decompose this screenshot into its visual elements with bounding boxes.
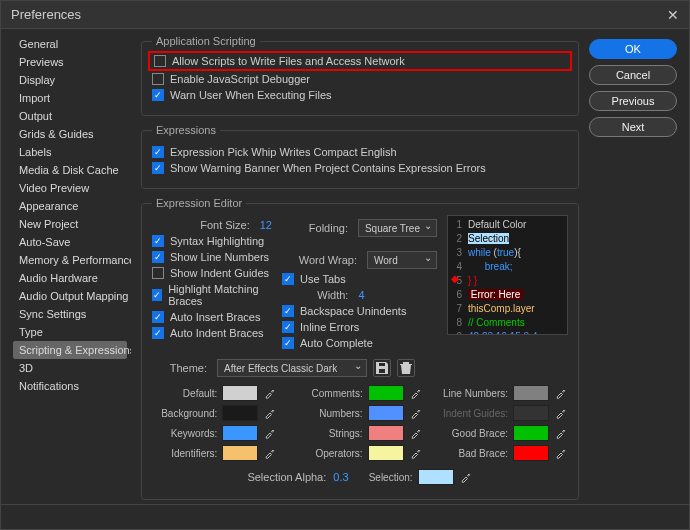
sidebar-item-3d[interactable]: 3D [13, 359, 127, 377]
checkbox-enable-debugger[interactable] [152, 73, 164, 85]
ok-button[interactable]: OK [589, 39, 677, 59]
swatch-selection[interactable] [418, 469, 454, 485]
close-icon[interactable]: ✕ [667, 7, 679, 23]
checkbox-indent-guides[interactable] [152, 267, 164, 279]
trash-icon[interactable] [397, 359, 415, 377]
sidebar-item-media-disk-cache[interactable]: Media & Disk Cache [13, 161, 127, 179]
eyedropper-icon[interactable] [263, 406, 277, 420]
fieldset-expressions: Expressions ✓ Expression Pick Whip Write… [141, 124, 579, 189]
checkbox-auto-insert[interactable]: ✓ [152, 311, 164, 323]
checkbox-warn-exec[interactable]: ✓ [152, 89, 164, 101]
value-font-size[interactable]: 12 [260, 219, 272, 231]
sidebar: GeneralPreviewsDisplayImportOutputGrids … [1, 29, 131, 504]
value-tab-width[interactable]: 4 [358, 289, 364, 301]
checkbox-back-unindent[interactable]: ✓ [282, 305, 294, 317]
cancel-button[interactable]: Cancel [589, 65, 677, 85]
row-line-numbers[interactable]: ✓Show Line Numbers [152, 251, 272, 263]
sidebar-item-new-project[interactable]: New Project [13, 215, 127, 233]
row-back-unindent[interactable]: ✓Backspace Unindents [282, 305, 437, 317]
row-enable-debugger[interactable]: Enable JavaScript Debugger [152, 73, 568, 85]
content-panel: Application Scripting Allow Scripts to W… [131, 29, 589, 504]
fieldset-app-scripting: Application Scripting Allow Scripts to W… [141, 35, 579, 116]
label-font-size: Font Size: [152, 219, 250, 231]
checkbox-auto-complete[interactable]: ✓ [282, 337, 294, 349]
eyedropper-icon[interactable] [409, 426, 423, 440]
swatch-default[interactable] [222, 385, 258, 401]
value-selection-alpha[interactable]: 0.3 [333, 471, 348, 483]
checkbox-use-tabs[interactable]: ✓ [282, 273, 294, 285]
swatch-line_numbers[interactable] [513, 385, 549, 401]
swatch-indent_guides[interactable] [513, 405, 549, 421]
sidebar-item-audio-hardware[interactable]: Audio Hardware [13, 269, 127, 287]
sidebar-item-notifications[interactable]: Notifications [13, 377, 127, 395]
label-allow-write: Allow Scripts to Write Files and Access … [172, 55, 405, 67]
swatch-comments[interactable] [368, 385, 404, 401]
sidebar-item-labels[interactable]: Labels [13, 143, 127, 161]
save-theme-icon[interactable] [373, 359, 391, 377]
eyedropper-icon[interactable] [263, 386, 277, 400]
row-show-warning[interactable]: ✓ Show Warning Banner When Project Conta… [152, 162, 568, 174]
swatch-background[interactable] [222, 405, 258, 421]
row-syntax-hl[interactable]: ✓Syntax Highlighting [152, 235, 272, 247]
sidebar-item-type[interactable]: Type [13, 323, 127, 341]
fieldset-editor: Expression Editor Font Size:12 ✓Syntax H… [141, 197, 579, 500]
row-auto-insert[interactable]: ✓Auto Insert Braces [152, 311, 272, 323]
sidebar-item-video-preview[interactable]: Video Preview [13, 179, 127, 197]
row-auto-indent[interactable]: ✓Auto Indent Braces [152, 327, 272, 339]
checkbox-inline-errors[interactable]: ✓ [282, 321, 294, 333]
eyedropper-icon[interactable] [263, 426, 277, 440]
sidebar-item-memory-performance[interactable]: Memory & Performance [13, 251, 127, 269]
legend-expressions: Expressions [152, 124, 220, 136]
eyedropper-icon[interactable] [409, 386, 423, 400]
eyedropper-icon[interactable] [409, 446, 423, 460]
sidebar-item-appearance[interactable]: Appearance [13, 197, 127, 215]
sidebar-item-audio-output-mapping[interactable]: Audio Output Mapping [13, 287, 127, 305]
eyedropper-icon[interactable] [554, 426, 568, 440]
select-theme[interactable]: After Effects Classic Dark [217, 359, 367, 377]
sidebar-item-output[interactable]: Output [13, 107, 127, 125]
checkbox-line-numbers[interactable]: ✓ [152, 251, 164, 263]
row-warn-exec[interactable]: ✓ Warn User When Executing Files [152, 89, 568, 101]
swatch-bad_brace[interactable] [513, 445, 549, 461]
row-allow-scripts-write[interactable]: Allow Scripts to Write Files and Access … [148, 51, 572, 71]
select-folding[interactable]: Square Tree [358, 219, 437, 237]
previous-button[interactable]: Previous [589, 91, 677, 111]
row-match-braces[interactable]: ✓Highlight Matching Braces [152, 283, 272, 307]
row-inline-errors[interactable]: ✓Inline Errors [282, 321, 437, 333]
dialog-title: Preferences [11, 7, 81, 22]
eyedropper-icon[interactable] [554, 406, 568, 420]
sidebar-item-auto-save[interactable]: Auto-Save [13, 233, 127, 251]
checkbox-allow-write[interactable] [154, 55, 166, 67]
preferences-dialog: Preferences ✕ GeneralPreviewsDisplayImpo… [0, 0, 690, 530]
checkbox-pick-whip[interactable]: ✓ [152, 146, 164, 158]
swatch-identifiers[interactable] [222, 445, 258, 461]
sidebar-item-previews[interactable]: Previews [13, 53, 127, 71]
select-wordwrap[interactable]: Word [367, 251, 437, 269]
swatch-numbers[interactable] [368, 405, 404, 421]
eyedropper-icon[interactable] [554, 446, 568, 460]
sidebar-item-scripting-expressions[interactable]: Scripting & Expressions [13, 341, 127, 359]
sidebar-item-import[interactable]: Import [13, 89, 127, 107]
swatch-good_brace[interactable] [513, 425, 549, 441]
row-pick-whip[interactable]: ✓ Expression Pick Whip Writes Compact En… [152, 146, 568, 158]
eyedropper-icon[interactable] [409, 406, 423, 420]
sidebar-item-display[interactable]: Display [13, 71, 127, 89]
swatch-strings[interactable] [368, 425, 404, 441]
eyedropper-icon[interactable] [554, 386, 568, 400]
swatch-keywords[interactable] [222, 425, 258, 441]
eyedropper-icon[interactable] [459, 470, 473, 484]
eyedropper-icon[interactable] [263, 446, 277, 460]
row-use-tabs[interactable]: ✓Use Tabs [282, 273, 437, 285]
checkbox-match-braces[interactable]: ✓ [152, 289, 162, 301]
checkbox-show-warning[interactable]: ✓ [152, 162, 164, 174]
checkbox-auto-indent[interactable]: ✓ [152, 327, 164, 339]
next-button[interactable]: Next [589, 117, 677, 137]
sidebar-item-general[interactable]: General [13, 35, 127, 53]
row-auto-complete[interactable]: ✓Auto Complete [282, 337, 437, 349]
row-indent-guides[interactable]: Show Indent Guides [152, 267, 272, 279]
swatch-operators[interactable] [368, 445, 404, 461]
sidebar-item-sync-settings[interactable]: Sync Settings [13, 305, 127, 323]
sidebar-item-grids-guides[interactable]: Grids & Guides [13, 125, 127, 143]
dialog-footer [1, 504, 689, 530]
checkbox-syntax-hl[interactable]: ✓ [152, 235, 164, 247]
